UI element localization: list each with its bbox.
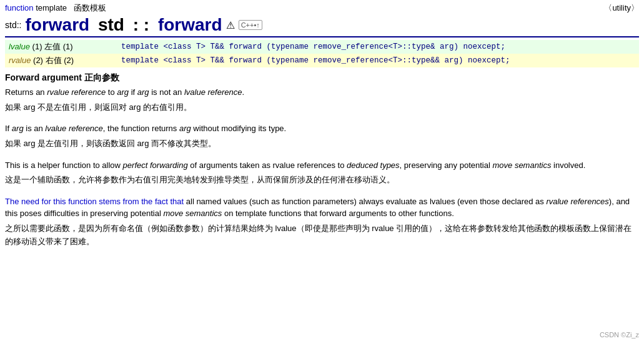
para4: The need for this function stems from th…: [5, 195, 639, 220]
para3: This is a helper function to allow perfe…: [5, 159, 639, 172]
template-keyword: template: [36, 3, 67, 12]
std-prefix: std::: [5, 20, 21, 30]
signature-row-lvalue: lvalue (1) 左值 (1) template <class T> T&&…: [5, 40, 639, 54]
signature-row-rvalue: rvalue (2) 右值 (2) template <class T> T&&…: [5, 54, 639, 67]
para2: If arg is an lvalue reference, the funct…: [5, 122, 639, 135]
para1-zh: 如果 arg 不是左值引用，则返回对 arg 的右值引用。: [5, 101, 639, 114]
lvalue-num2: (1): [63, 42, 73, 51]
move-semantics-italic2: move semantics: [163, 209, 222, 218]
separator-colon: : :: [128, 15, 154, 35]
utility-badge: 〈utility〉: [604, 2, 639, 14]
perfect-forwarding-italic: perfect forwarding: [123, 161, 188, 170]
move-semantics-italic1: move semantics: [492, 161, 551, 170]
section-title-en: Forward argument: [5, 72, 82, 82]
func-name-forward1: forward: [25, 15, 89, 35]
lvalue-code: template <class T> T&& forward (typename…: [117, 40, 639, 54]
para4-zh: 之所以需要此函数，是因为所有命名值（例如函数参数）的计算结果始终为 lvalue…: [5, 222, 639, 249]
lvalue-italic1: lvalue reference: [184, 87, 242, 97]
lvalue-chinese: 左值: [44, 42, 61, 51]
para3-zh: 这是一个辅助函数，允许将参数作为右值引用完美地转发到推导类型，从而保留所涉及的任…: [5, 174, 639, 187]
rvalue-num2: (2): [64, 56, 74, 65]
rvalue-num: (2): [33, 56, 46, 65]
separator1: std: [93, 15, 124, 35]
para1: Returns an rvalue reference to arg if ar…: [5, 86, 639, 99]
arg-italic3: arg: [12, 124, 24, 133]
rvalue-code: template <class T> T&& forward (typename…: [117, 54, 639, 67]
para4-black-text3: on template functions that forward argum…: [222, 209, 453, 218]
arg-italic1: arg: [117, 87, 129, 97]
signature-table: lvalue (1) 左值 (1) template <class T> T&&…: [5, 40, 639, 67]
para2-zh: 如果 arg 是左值引用，则该函数返回 arg 而不修改其类型。: [5, 137, 639, 151]
arg-italic4: arg: [179, 124, 191, 133]
header-title: std:: forward std : : forward ⚠ C++•↑: [5, 15, 639, 37]
cpp-badge: C++•↑: [239, 20, 262, 30]
rvalue-label: rvalue: [9, 56, 31, 65]
warning-icon: ⚠: [226, 19, 235, 31]
lvalue-type-cell: lvalue (1) 左值 (1): [5, 40, 117, 54]
para4-blue-text: The need for this function stems from th…: [5, 197, 186, 206]
rvalue-italic1: rvalue reference: [47, 87, 106, 97]
rvalue-chinese: 右值: [46, 56, 62, 65]
section-title: Forward argument 正向参数: [5, 72, 639, 84]
deduced-types-italic: deduced types: [347, 161, 400, 170]
forward-argument-section: Forward argument 正向参数 Returns an rvalue …: [5, 72, 639, 248]
lvalue-num: (1): [32, 42, 45, 51]
chinese-label: 函数模板: [74, 3, 106, 12]
func-name-forward2: forward: [158, 15, 222, 35]
arg-italic2: arg: [137, 87, 149, 97]
function-keyword: function: [5, 3, 34, 12]
rvalue-type-cell: rvalue (2) 右值 (2): [5, 54, 117, 67]
section-title-zh: 正向参数: [84, 72, 119, 82]
top-bar: function template 函数模板 〈utility〉: [5, 2, 639, 14]
para4-black-text: all named values (such as function param…: [186, 197, 547, 206]
lvalue-label: lvalue: [9, 42, 30, 51]
top-left-label: function template 函数模板: [5, 2, 106, 14]
rvalue-references-italic: rvalue references: [546, 197, 608, 206]
lvalue-italic2: lvalue reference: [45, 124, 103, 133]
